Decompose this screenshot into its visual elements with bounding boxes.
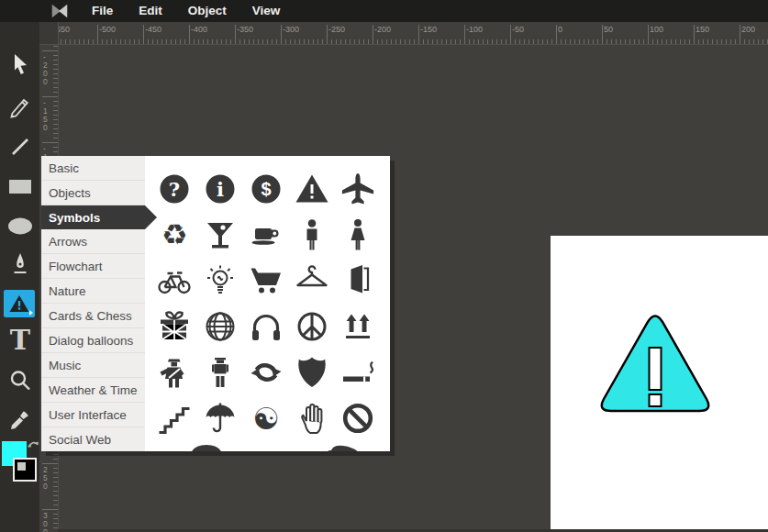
svg-text:?: ? <box>169 178 180 201</box>
customs-officer-icon <box>156 354 193 391</box>
tool-zoom[interactable] <box>8 369 31 392</box>
stroke-color-swatch[interactable] <box>13 458 37 482</box>
tool-text[interactable]: T <box>6 326 34 355</box>
category-weather-time[interactable]: Weather & Time <box>41 378 145 403</box>
h-ruler-tick <box>740 25 740 44</box>
hanger-icon <box>294 262 330 299</box>
swap-colors-icon[interactable] <box>27 438 39 450</box>
symbol-circle-dollar[interactable]: $ <box>248 171 284 207</box>
symbol-globe[interactable] <box>202 308 239 345</box>
category-symbols[interactable]: Symbols <box>41 205 145 229</box>
symbol-coffee[interactable] <box>248 216 284 253</box>
symbol-circle-info[interactable]: i <box>202 171 239 207</box>
h-ruler-label: -100 <box>466 25 483 34</box>
tool-eyedropper[interactable] <box>8 408 31 432</box>
category-objects[interactable]: Objects <box>41 181 145 205</box>
menubar: FileEditObjectView <box>0 0 768 22</box>
h-ruler-label: -450 <box>145 25 161 34</box>
h-ruler-tick <box>556 25 557 44</box>
category-social-web[interactable]: Social Web <box>41 427 145 451</box>
symbol-cigarette[interactable] <box>339 354 376 391</box>
headphones-icon <box>248 308 284 345</box>
symbol-yin-yang[interactable]: ☯ <box>248 400 284 437</box>
h-ruler-label: -150 <box>420 25 437 34</box>
h-ruler-tick <box>694 25 695 44</box>
horizontal-ruler: -550-500-450-400-350-300-250-200-150-100… <box>39 22 768 45</box>
symbol-police-badge[interactable] <box>294 354 330 391</box>
category-dialog-balloons[interactable]: Dialog balloons <box>41 328 145 353</box>
symbol-man[interactable] <box>294 216 330 253</box>
tool-select[interactable] <box>10 53 30 77</box>
symbol-gift[interactable] <box>156 308 193 345</box>
woman-icon <box>339 216 376 253</box>
symbol-door[interactable] <box>339 262 376 299</box>
police-badge-icon <box>294 354 330 391</box>
refresh-icon <box>248 354 284 391</box>
symbol-bicycle[interactable] <box>156 262 193 299</box>
menu-object[interactable]: Object <box>175 0 239 22</box>
shape-library-panel: BasicObjectsSymbolsArrowsFlowchartNature… <box>41 156 390 451</box>
ruler-corner <box>39 22 59 45</box>
symbol-warning-triangle[interactable] <box>294 171 330 207</box>
svg-text:♻: ♻ <box>161 218 188 251</box>
v-ruler-tick <box>42 463 58 464</box>
symbol-peace[interactable] <box>294 308 330 345</box>
man-icon <box>294 216 330 253</box>
hand-icon <box>294 400 330 437</box>
v-ruler-tick <box>42 96 58 97</box>
h-ruler-label: 50 <box>604 25 613 34</box>
menu-view[interactable]: View <box>239 0 294 22</box>
symbol-refresh[interactable] <box>248 354 284 391</box>
coffee-icon <box>248 216 284 253</box>
h-ruler-label: -500 <box>99 25 116 34</box>
menu-list: FileEditObjectView <box>79 0 293 22</box>
symbol-airplane[interactable] <box>339 171 376 207</box>
symbol-customs-officer[interactable] <box>156 354 193 391</box>
lightbulb-icon <box>202 262 239 299</box>
tool-line[interactable] <box>9 136 31 158</box>
symbol-partial-symbol-2[interactable] <box>326 420 362 451</box>
symbol-shopping-cart[interactable] <box>248 262 284 299</box>
symbol-partial-symbol-1[interactable] <box>188 420 225 451</box>
tool-pencil[interactable] <box>8 94 32 118</box>
symbol-cocktail[interactable] <box>202 216 239 253</box>
category-nature[interactable]: Nature <box>41 279 145 304</box>
category-cards-chess[interactable]: Cards & Chess <box>41 304 145 328</box>
symbol-recycle[interactable]: ♻ <box>156 216 193 253</box>
canvas-warning-triangle-shape[interactable] <box>596 313 714 417</box>
symbol-police-officer[interactable] <box>202 354 239 391</box>
recycle-icon: ♻ <box>156 216 193 253</box>
category-user-interface[interactable]: User Interface <box>41 403 145 427</box>
category-arrows[interactable]: Arrows <box>41 229 145 254</box>
h-ruler-tick <box>97 25 98 44</box>
category-flowchart[interactable]: Flowchart <box>41 254 145 279</box>
symbol-circle-question[interactable]: ? <box>156 171 193 207</box>
tool-rectangle[interactable] <box>8 179 32 194</box>
h-ruler-label: -250 <box>328 25 345 34</box>
vector-editor-app: FileEditObjectView -550-500-450-400-350-… <box>0 0 768 532</box>
symbol-hanger[interactable] <box>294 262 330 299</box>
v-ruler-tick <box>42 50 58 51</box>
h-ruler-label: -400 <box>191 25 207 34</box>
category-basic[interactable]: Basic <box>41 156 145 181</box>
h-ruler-tick <box>648 25 649 44</box>
v-ruler-label: -150 <box>43 99 48 132</box>
tool-shape-library[interactable] <box>4 290 35 317</box>
tool-pen[interactable] <box>9 252 31 276</box>
symbol-stairs[interactable] <box>156 400 193 437</box>
canvas-artboard[interactable] <box>551 236 768 529</box>
symbol-headphones[interactable] <box>248 308 284 345</box>
tool-ellipse[interactable] <box>7 217 33 235</box>
partial-symbol-1-icon <box>188 420 225 451</box>
symbol-woman[interactable] <box>339 216 376 253</box>
h-ruler-label: 0 <box>558 25 562 34</box>
category-music[interactable]: Music <box>41 353 145 378</box>
police-officer-icon <box>202 354 239 391</box>
warning-triangle-icon <box>294 171 330 207</box>
h-ruler-label: -50 <box>512 25 524 34</box>
menu-file[interactable]: File <box>79 0 126 22</box>
symbol-hand[interactable] <box>294 400 330 437</box>
symbol-this-side-up[interactable] <box>339 308 376 345</box>
menu-edit[interactable]: Edit <box>126 0 175 22</box>
symbol-lightbulb[interactable] <box>202 262 239 299</box>
